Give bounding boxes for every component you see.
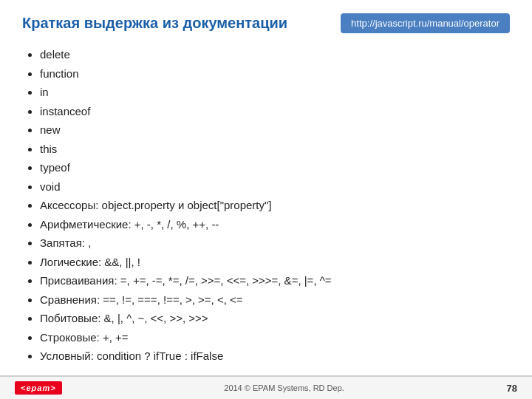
list-item: Сравнения: ==, !=, ===, !==, >, >=, <, <… [40, 290, 502, 310]
footer: <epam> 2014 © EPAM Systems, RD Dep. 78 [0, 375, 532, 399]
list-item: Запятая: , [40, 233, 502, 253]
list-item: Присваивания: =, +=, -=, *=, /=, >>=, <<… [40, 271, 502, 290]
page-number: 78 [507, 383, 517, 394]
list-item: instanceof [40, 102, 502, 121]
list-item: delete [40, 45, 502, 64]
list-item: in [40, 83, 502, 102]
list-item: Строковые: +, += [40, 328, 502, 347]
content-area: deletefunctionininstanceofnewthistypeofv… [0, 41, 532, 375]
epam-logo: <epam> [15, 381, 62, 395]
list-item: function [40, 64, 502, 83]
list-item: Побитовые: &, |, ^, ~, <<, >>, >>> [40, 309, 502, 328]
list-item: Логические: &&, ||, ! [40, 253, 502, 272]
slide-title: Краткая выдержка из документации [22, 15, 287, 32]
list-item: Аксессоры: object.property и object["pro… [40, 196, 502, 215]
header: Краткая выдержка из документации http://… [0, 0, 532, 41]
list-item: new [40, 120, 502, 140]
list-item: Условный: condition ? ifTrue : ifFalse [40, 347, 502, 366]
url-badge[interactable]: http://javascript.ru/manual/operator [341, 13, 510, 33]
list-item: void [40, 177, 502, 197]
footer-copyright: 2014 © EPAM Systems, RD Dep. [224, 383, 344, 392]
bullet-list: deletefunctionininstanceofnewthistypeofv… [22, 45, 502, 366]
list-item: this [40, 140, 502, 159]
slide: Краткая выдержка из документации http://… [0, 0, 532, 399]
list-item: typeof [40, 158, 502, 177]
list-item: Арифметические: +, -, *, /, %, ++, -- [40, 215, 502, 234]
